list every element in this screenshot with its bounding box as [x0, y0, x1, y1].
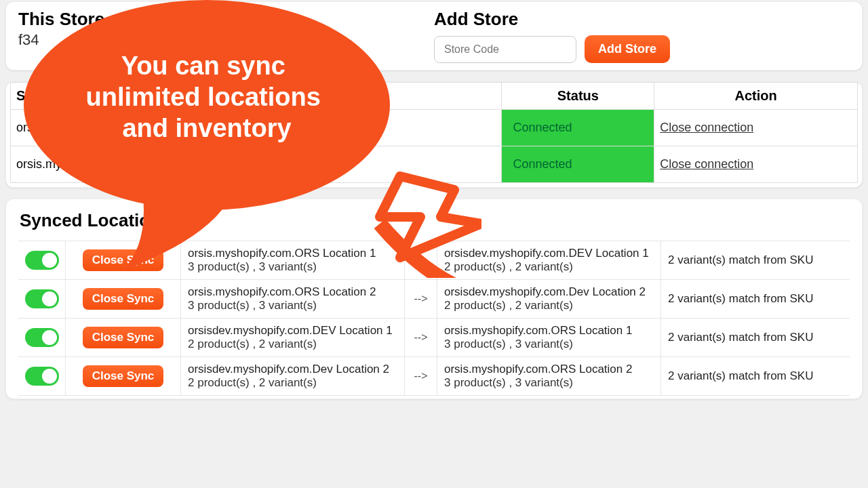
sync-row: Close Syncorsis.myshopify.com.ORS Locati…: [18, 241, 850, 279]
sub-store-cell: orsisdev.myshopify.com: [11, 110, 502, 146]
close-sync-button[interactable]: Close Sync: [83, 365, 164, 387]
sync-toggle[interactable]: [25, 328, 59, 347]
this-store-section: This Store f34: [18, 9, 434, 63]
match-info: 2 variant(s) match from SKU: [661, 241, 850, 279]
status-cell: Connected: [502, 110, 654, 146]
add-store-title: Add Store: [434, 9, 850, 30]
this-store-title: This Store: [18, 9, 434, 30]
dest-location: orsis.myshopify.com.ORS Location 13 prod…: [437, 319, 661, 357]
dest-location: orsisdev.myshopify.com.DEV Location 12 p…: [437, 241, 661, 279]
top-card: This Store f34 Add Store Add Store: [5, 1, 863, 70]
col-action: Action: [654, 83, 858, 110]
close-connection-link[interactable]: Close connection: [660, 157, 753, 171]
source-location: orsisdev.myshopify.com.DEV Location 12 p…: [181, 319, 405, 357]
synced-title: Synced Location(s): [20, 210, 850, 231]
match-info: 2 variant(s) match from SKU: [661, 280, 850, 318]
arrow-icon: -->: [405, 280, 437, 318]
stores-table: Sub Store Status Action orsisdev.myshopi…: [10, 82, 858, 183]
action-cell: Close connection: [654, 110, 858, 146]
synced-card: Synced Location(s) Close Syncorsis.mysho…: [5, 199, 863, 399]
sync-toggle[interactable]: [25, 251, 59, 270]
sync-toggle[interactable]: [25, 289, 59, 308]
add-store-button[interactable]: Add Store: [585, 35, 670, 63]
source-location: orsisdev.myshopify.com.Dev Location 22 p…: [181, 357, 405, 395]
sync-toggle[interactable]: [25, 367, 59, 386]
arrow-icon: -->: [405, 319, 437, 357]
close-sync-button[interactable]: Close Sync: [83, 288, 164, 310]
match-info: 2 variant(s) match from SKU: [661, 357, 850, 395]
status-cell: Connected: [502, 146, 654, 183]
col-sub-store: Sub Store: [11, 83, 502, 110]
close-sync-button[interactable]: Close Sync: [83, 249, 164, 271]
this-store-code: f34: [18, 31, 434, 49]
dest-location: orsis.myshopify.com.ORS Location 23 prod…: [437, 357, 661, 395]
sync-row: Close Syncorsis.myshopify.com.ORS Locati…: [18, 279, 850, 318]
close-sync-button[interactable]: Close Sync: [83, 327, 164, 348]
action-cell: Close connection: [654, 146, 858, 183]
col-status: Status: [502, 83, 654, 110]
close-connection-link[interactable]: Close connection: [660, 121, 753, 134]
sync-row: Close Syncorsisdev.myshopify.com.Dev Loc…: [18, 357, 850, 396]
sub-store-cell: orsis.myshopify.com: [11, 146, 502, 183]
add-store-section: Add Store Add Store: [434, 9, 850, 63]
arrow-icon: -->: [405, 357, 437, 395]
table-row: orsisdev.myshopify.comConnectedClose con…: [11, 110, 858, 146]
sync-row: Close Syncorsisdev.myshopify.com.DEV Loc…: [18, 318, 850, 357]
source-location: orsis.myshopify.com.ORS Location 23 prod…: [181, 280, 405, 318]
arrow-icon: -->: [405, 241, 437, 279]
stores-card: Sub Store Status Action orsisdev.myshopi…: [5, 81, 863, 188]
dest-location: orsisdev.myshopify.com.Dev Location 22 p…: [437, 280, 661, 318]
table-row: orsis.myshopify.comConnectedClose connec…: [11, 146, 858, 183]
match-info: 2 variant(s) match from SKU: [661, 319, 850, 357]
source-location: orsis.myshopify.com.ORS Location 13 prod…: [181, 241, 405, 279]
store-code-input[interactable]: [434, 36, 576, 63]
